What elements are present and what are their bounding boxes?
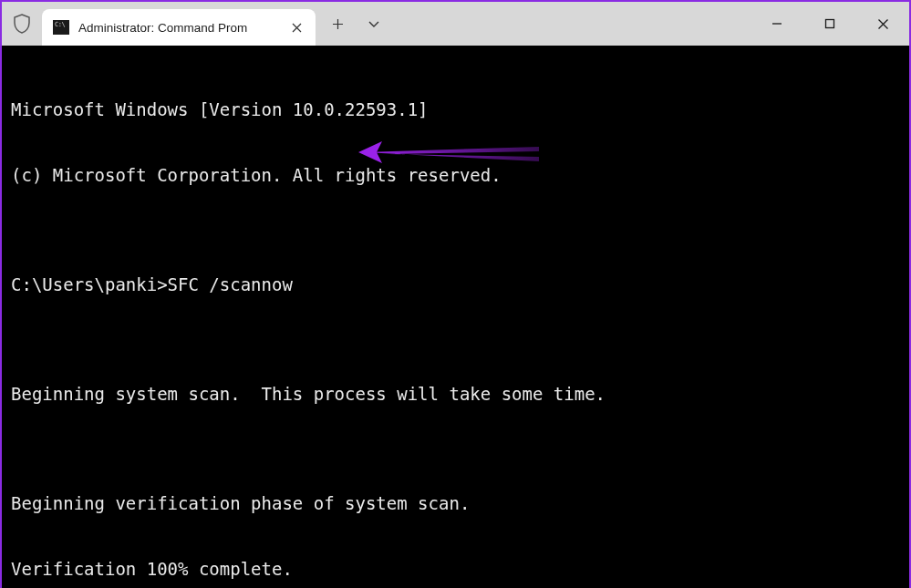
terminal-line: Beginning verification phase of system s… [11,492,900,514]
close-button[interactable] [856,2,909,46]
shield-icon [2,2,42,46]
terminal-line: Beginning system scan. This process will… [11,383,900,405]
app-window: C:\ Administrator: Command Prom [2,2,909,586]
cmd-icon: C:\ [53,20,69,35]
window-controls [751,2,909,46]
tab-close-button[interactable] [286,17,306,37]
tab-dropdown-button[interactable] [356,2,392,46]
tabstrip-controls [319,2,392,46]
terminal-line: Microsoft Windows [Version 10.0.22593.1] [11,98,900,120]
terminal-output[interactable]: Microsoft Windows [Version 10.0.22593.1]… [2,46,909,588]
titlebar[interactable]: C:\ Administrator: Command Prom [2,2,909,46]
tab-active[interactable]: C:\ Administrator: Command Prom [42,9,316,46]
terminal-line: Verification 100% complete. [11,558,900,580]
terminal-line: C:\Users\panki>SFC /scannow [11,273,900,295]
new-tab-button[interactable] [319,2,356,46]
svg-rect-0 [826,20,834,28]
minimize-button[interactable] [751,2,803,46]
tab-title: Administrator: Command Prom [78,21,277,35]
terminal-line: (c) Microsoft Corporation. All rights re… [11,164,900,186]
maximize-button[interactable] [803,2,856,46]
